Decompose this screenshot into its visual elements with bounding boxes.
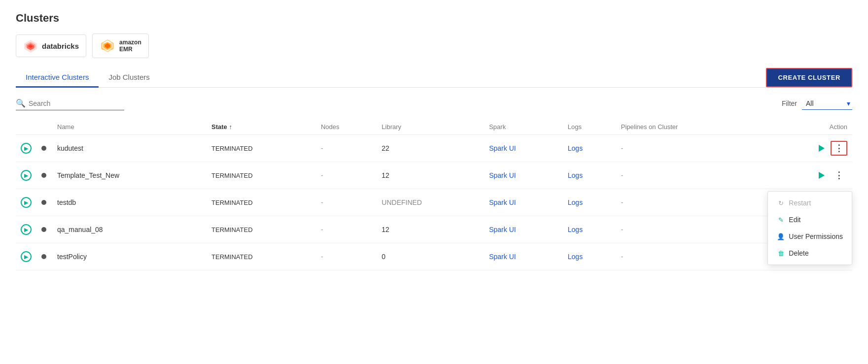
logo-bar: databricks amazon EMR	[16, 33, 852, 58]
cell-state: TERMINATED	[207, 189, 316, 216]
user-permissions-icon: 👤	[777, 233, 785, 240]
databricks-label: databricks	[42, 42, 79, 50]
cell-nodes: -	[316, 135, 377, 162]
cell-spark: Spark UI	[484, 216, 563, 243]
menu-item-restart[interactable]: ↻ Restart	[768, 195, 852, 211]
play-circle-icon[interactable]: ▶	[21, 224, 32, 235]
cell-pipelines: -	[616, 189, 760, 216]
start-button[interactable]	[814, 170, 829, 181]
cell-dot	[36, 135, 52, 162]
edit-icon: ✎	[777, 216, 785, 224]
menu-item-delete[interactable]: 🗑 Delete	[768, 245, 852, 262]
play-icon	[819, 145, 825, 152]
search-input[interactable]	[29, 99, 117, 107]
cell-nodes: -	[316, 162, 377, 189]
cell-play-circle: ▶	[16, 216, 36, 243]
spark-ui-link[interactable]: Spark UI	[489, 144, 516, 152]
col-header-name: Name	[52, 119, 207, 135]
cell-library: 0	[377, 243, 484, 270]
logs-link[interactable]: Logs	[568, 144, 583, 152]
cell-play-circle: ▶	[16, 243, 36, 270]
filter-select[interactable]: All Running Terminated Error	[802, 98, 852, 110]
col-header-icon	[16, 119, 36, 135]
filter-label: Filter	[782, 99, 797, 107]
status-dot	[41, 146, 46, 151]
cell-logs: Logs	[563, 216, 616, 243]
play-circle-icon[interactable]: ▶	[21, 251, 32, 262]
cell-action: ⋮	[759, 135, 852, 162]
amazon-emr-icon	[100, 38, 115, 54]
col-header-dot	[36, 119, 52, 135]
col-header-state: State ↑	[207, 119, 316, 135]
menu-item-edit-label: Edit	[789, 216, 800, 224]
more-actions-button[interactable]: ⋮	[831, 168, 847, 183]
spark-ui-link[interactable]: Spark UI	[489, 226, 516, 233]
tab-interactive-clusters[interactable]: Interactive Clusters	[16, 68, 99, 88]
databricks-logo: databricks	[16, 34, 86, 57]
cell-logs: Logs	[563, 243, 616, 270]
cell-pipelines: -	[616, 216, 760, 243]
spark-ui-link[interactable]: Spark UI	[489, 171, 516, 179]
logs-link[interactable]: Logs	[568, 226, 583, 233]
status-dot	[41, 227, 46, 232]
play-circle-icon[interactable]: ▶	[21, 197, 32, 208]
table-row: ▶ kudutest TERMINATED - 22 Spark UI Logs…	[16, 135, 852, 162]
clusters-table: Name State ↑ Nodes Library Spark Logs Pi…	[16, 119, 852, 270]
cell-pipelines: -	[616, 243, 760, 270]
cell-dot	[36, 216, 52, 243]
amazon-emr-label: amazon EMR	[119, 39, 141, 53]
databricks-icon	[23, 39, 38, 53]
menu-item-edit[interactable]: ✎ Edit	[768, 211, 852, 228]
col-header-action: Action	[759, 119, 852, 135]
cell-play-circle: ▶	[16, 189, 36, 216]
start-button[interactable]	[814, 143, 829, 154]
cell-library: 12	[377, 162, 484, 189]
cell-logs: Logs	[563, 135, 616, 162]
menu-item-delete-label: Delete	[789, 249, 808, 257]
cell-nodes: -	[316, 243, 377, 270]
logs-link[interactable]: Logs	[568, 199, 583, 206]
cell-name: testdb	[52, 189, 207, 216]
tab-job-clusters[interactable]: Job Clusters	[99, 68, 159, 88]
filter-wrap: Filter All Running Terminated Error	[782, 98, 852, 110]
cell-state: TERMINATED	[207, 135, 316, 162]
search-wrap: 🔍	[16, 97, 124, 110]
spark-ui-link[interactable]: Spark UI	[489, 199, 516, 206]
delete-icon: 🗑	[777, 250, 785, 257]
cell-name: qa_manual_08	[52, 216, 207, 243]
cell-logs: Logs	[563, 189, 616, 216]
logs-link[interactable]: Logs	[568, 253, 583, 261]
create-cluster-button[interactable]: CREATE CLUSTER	[766, 68, 852, 87]
play-circle-icon[interactable]: ▶	[21, 170, 32, 181]
amazon-emr-logo: amazon EMR	[92, 33, 149, 58]
play-circle-icon[interactable]: ▶	[21, 143, 32, 154]
filter-select-wrap: All Running Terminated Error	[802, 98, 852, 110]
cell-spark: Spark UI	[484, 243, 563, 270]
cell-state: TERMINATED	[207, 243, 316, 270]
spark-ui-link[interactable]: Spark UI	[489, 253, 516, 261]
col-header-pipelines: Pipelines on Cluster	[616, 119, 760, 135]
cell-nodes: -	[316, 189, 377, 216]
logs-link[interactable]: Logs	[568, 171, 583, 179]
tabs-row: Interactive Clusters Job Clusters CREATE…	[16, 68, 852, 88]
play-icon	[819, 172, 825, 179]
col-header-spark: Spark	[484, 119, 563, 135]
col-header-library: Library	[377, 119, 484, 135]
menu-item-user-permissions[interactable]: 👤 User Permissions	[768, 228, 852, 245]
cell-state: TERMINATED	[207, 162, 316, 189]
cell-name: testPolicy	[52, 243, 207, 270]
cell-name: Template_Test_New	[52, 162, 207, 189]
more-actions-button[interactable]: ⋮	[831, 141, 847, 156]
page-title: Clusters	[16, 12, 852, 25]
cell-state: TERMINATED	[207, 216, 316, 243]
cell-logs: Logs	[563, 162, 616, 189]
cell-play-circle: ▶	[16, 162, 36, 189]
status-dot	[41, 254, 46, 259]
table-row: ▶ Template_Test_New TERMINATED - 12 Spar…	[16, 162, 852, 189]
menu-item-user-permissions-label: User Permissions	[789, 232, 843, 240]
cell-dot	[36, 189, 52, 216]
col-header-nodes: Nodes	[316, 119, 377, 135]
cell-dot	[36, 162, 52, 189]
col-header-logs: Logs	[563, 119, 616, 135]
cell-library: 22	[377, 135, 484, 162]
